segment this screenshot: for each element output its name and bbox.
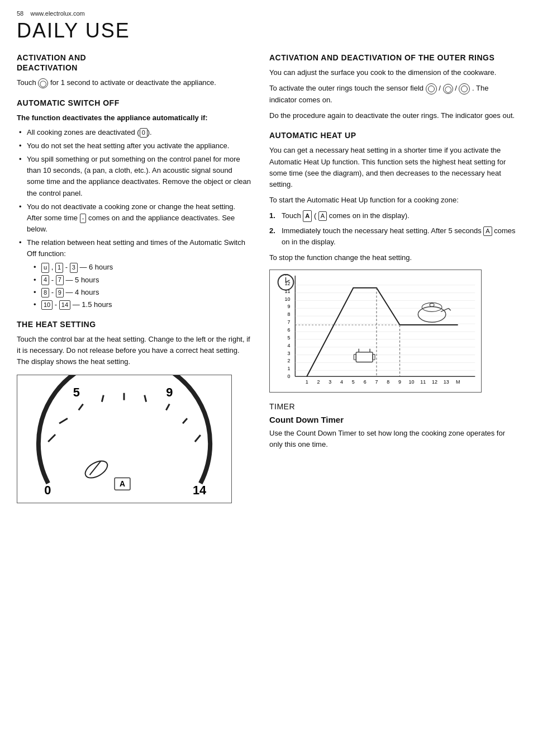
heat-4: 4 bbox=[41, 275, 49, 285]
sub-bullet-4: 10 - 14 — 1.5 hours bbox=[31, 299, 251, 310]
heat-14: 14 bbox=[59, 300, 70, 310]
svg-text:4: 4 bbox=[340, 379, 343, 385]
heat-3: 3 bbox=[70, 263, 78, 272]
svg-text:1: 1 bbox=[306, 379, 308, 385]
svg-text:11: 11 bbox=[284, 288, 290, 294]
svg-text:8: 8 bbox=[287, 311, 290, 317]
svg-text:9: 9 bbox=[287, 304, 290, 309]
bullet-4: You do not deactivate a cooking zone or … bbox=[17, 201, 251, 235]
ring-icon-3 bbox=[459, 83, 470, 94]
auto-heat-body2: To start the Automatic Heat Up function … bbox=[269, 195, 516, 206]
heat-setting-body: Touch the control bar at the heat settin… bbox=[17, 334, 251, 367]
auto-switch-bullets: All cooking zones are deactivated (0). Y… bbox=[17, 127, 251, 310]
activation-heading: ACTIVATION ANDDEACTIVATION bbox=[17, 53, 251, 73]
section-auto-switch: AUTOMATIC SWITCH OFF The function deacti… bbox=[17, 98, 251, 310]
svg-text:5: 5 bbox=[73, 385, 80, 399]
svg-text:2: 2 bbox=[317, 379, 320, 385]
svg-text:1: 1 bbox=[287, 366, 290, 371]
svg-text:7: 7 bbox=[287, 319, 290, 325]
auto-heat-steps: 1. Touch A ( A comes on in the display).… bbox=[269, 210, 516, 248]
heat-9: 9 bbox=[56, 288, 64, 297]
minus-icon: - bbox=[80, 214, 87, 223]
svg-text:7: 7 bbox=[375, 379, 378, 385]
auto-heat-body1: You can get a necessary heat setting in … bbox=[269, 145, 516, 190]
svg-rect-66 bbox=[356, 352, 373, 362]
outer-rings-body1: You can adjust the surface you cook to t… bbox=[269, 67, 516, 78]
svg-text:9: 9 bbox=[398, 379, 401, 385]
count-down-subheading: Count Down Timer bbox=[269, 415, 516, 424]
svg-text:14: 14 bbox=[193, 483, 206, 497]
svg-text:11: 11 bbox=[420, 379, 426, 385]
svg-line-10 bbox=[166, 404, 169, 410]
count-down-body: Use the Count Down Timer to set how long… bbox=[269, 428, 516, 450]
svg-point-75 bbox=[430, 303, 434, 306]
svg-text:8: 8 bbox=[387, 379, 389, 385]
svg-line-7 bbox=[102, 395, 103, 401]
ring-icon-2: ◯ bbox=[443, 84, 453, 94]
page-number: 58 bbox=[17, 10, 23, 17]
svg-text:5: 5 bbox=[287, 334, 290, 340]
section-auto-heat: AUTOMATIC HEAT UP You can get a necessar… bbox=[269, 130, 516, 392]
bullet-2: You do not set the heat setting after yo… bbox=[17, 140, 251, 152]
sub-bullets: u , 1 - 3 — 6 hours 4 - 7 — 5 hours 8 - … bbox=[31, 262, 251, 310]
bullet-3: You spill something or put something on … bbox=[17, 154, 251, 199]
step1-icon: A bbox=[318, 211, 327, 221]
section-heat-setting: THE HEAT SETTING Touch the control bar a… bbox=[17, 319, 251, 503]
heat-8: 8 bbox=[41, 288, 49, 297]
website: www.electrolux.com bbox=[30, 10, 84, 17]
svg-line-12 bbox=[195, 435, 201, 442]
sub-bullet-3: 8 - 9 — 4 hours bbox=[31, 287, 251, 298]
section-timer: TIMER Count Down Timer Use the Count Dow… bbox=[269, 401, 516, 450]
page-header: 58 www.electrolux.com bbox=[17, 10, 516, 17]
svg-text:13: 13 bbox=[444, 379, 449, 385]
svg-text:2: 2 bbox=[287, 358, 290, 363]
heat-dial-diagram: 5 9 0 14 bbox=[17, 375, 232, 503]
left-column: ACTIVATION ANDDEACTIVATION Touch ◯ for 1… bbox=[17, 53, 251, 512]
svg-line-4 bbox=[48, 434, 55, 442]
page-title: DAILY USE bbox=[17, 19, 516, 42]
heat-setting-heading: THE HEAT SETTING bbox=[17, 319, 251, 329]
step2-icon: A bbox=[483, 226, 492, 236]
heat-0: u bbox=[41, 263, 49, 272]
outer-rings-body2: To activate the outer rings touch the se… bbox=[269, 83, 516, 106]
svg-text:6: 6 bbox=[287, 327, 290, 333]
section-activation: ACTIVATION ANDDEACTIVATION Touch ◯ for 1… bbox=[17, 53, 251, 89]
section-outer-rings: ACTIVATION AND DEACTIVATION OF THE OUTER… bbox=[269, 53, 516, 121]
svg-point-71 bbox=[418, 306, 446, 322]
auto-heat-body3: To stop the function change the heat set… bbox=[269, 252, 516, 263]
auto-switch-heading: AUTOMATIC SWITCH OFF bbox=[17, 98, 251, 108]
bullet-5: The relation between heat setting and ti… bbox=[17, 237, 251, 310]
zone-icon: 0 bbox=[140, 128, 147, 138]
auto-heat-chart: 0 1 2 3 4 5 6 7 8 9 10 11 12 1 2 3 bbox=[269, 270, 482, 393]
bullet-1: All cooking zones are deactivated (0). bbox=[17, 127, 251, 138]
svg-line-74 bbox=[449, 308, 451, 310]
sub-bullet-1: u , 1 - 3 — 6 hours bbox=[31, 262, 251, 273]
svg-line-14 bbox=[90, 461, 101, 475]
svg-text:12: 12 bbox=[284, 280, 290, 286]
sub-bullet-2: 4 - 7 — 5 hours bbox=[31, 275, 251, 286]
svg-text:3: 3 bbox=[329, 379, 331, 385]
svg-text:3: 3 bbox=[287, 350, 290, 356]
svg-text:0: 0 bbox=[44, 483, 51, 497]
timer-heading: TIMER bbox=[269, 401, 516, 412]
svg-text:A: A bbox=[120, 479, 125, 488]
svg-line-11 bbox=[183, 418, 187, 423]
step-2: 2. Immediately touch the necessary heat … bbox=[269, 225, 516, 248]
outer-rings-body3: Do the procedure again to deactivate the… bbox=[269, 110, 516, 121]
auto-switch-bold: The function deactivates the appliance a… bbox=[17, 112, 251, 124]
svg-text:5: 5 bbox=[352, 379, 355, 385]
right-column: ACTIVATION AND DEACTIVATION OF THE OUTER… bbox=[269, 53, 516, 512]
outer-rings-heading: ACTIVATION AND DEACTIVATION OF THE OUTER… bbox=[269, 53, 516, 63]
ring-icon-1 bbox=[426, 83, 437, 94]
svg-line-5 bbox=[59, 418, 68, 423]
svg-line-9 bbox=[145, 395, 146, 401]
activation-body: Touch ◯ for 1 second to activate or deac… bbox=[17, 77, 251, 88]
svg-text:M: M bbox=[456, 379, 460, 385]
step-1: 1. Touch A ( A comes on in the display). bbox=[269, 210, 516, 222]
svg-text:9: 9 bbox=[166, 385, 173, 399]
svg-text:10: 10 bbox=[284, 296, 290, 301]
auto-heat-heading: AUTOMATIC HEAT UP bbox=[269, 130, 516, 140]
heat-7: 7 bbox=[56, 275, 64, 285]
svg-text:4: 4 bbox=[287, 342, 290, 348]
heat-1: 1 bbox=[55, 263, 63, 272]
